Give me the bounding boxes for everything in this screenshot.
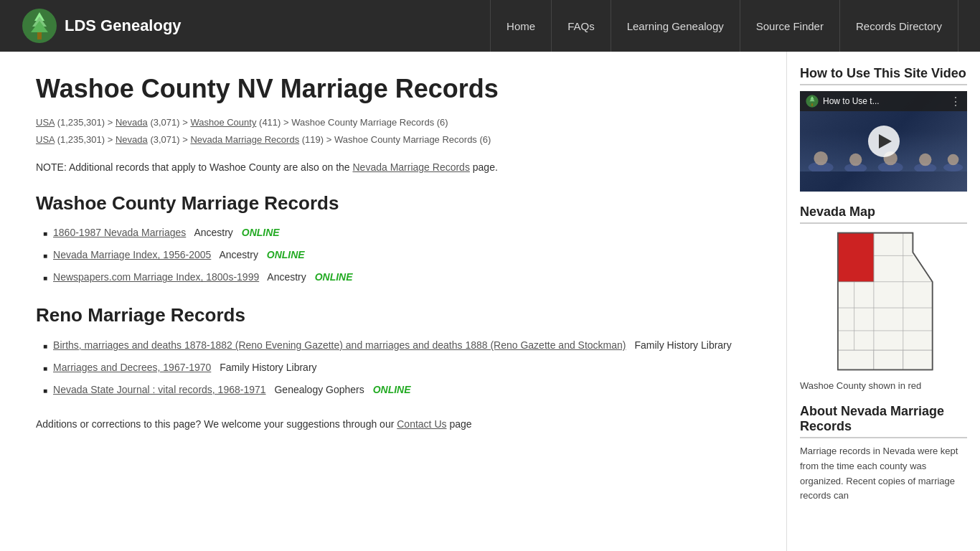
record-link-decrees[interactable]: Marriages and Decrees, 1967-1970 bbox=[53, 360, 211, 375]
breadcrumb-nevada-marriage[interactable]: Nevada Marriage Records bbox=[190, 134, 299, 145]
contact-us-link[interactable]: Contact Us bbox=[397, 418, 446, 430]
svg-marker-31 bbox=[903, 350, 933, 369]
page-wrapper: Washoe County NV Marriage Records USA (1… bbox=[0, 52, 980, 551]
online-badge: ONLINE bbox=[242, 225, 280, 240]
logo-area[interactable]: LDS Genealogy bbox=[22, 8, 182, 44]
map-section-title: Nevada Map bbox=[800, 204, 967, 224]
svg-point-10 bbox=[814, 151, 827, 165]
washoe-section-heading: Washoe County Marriage Records bbox=[36, 192, 758, 216]
video-section-title: How to Use This Site Video bbox=[800, 66, 967, 85]
list-item: Newspapers.com Marriage Index, 1800s-199… bbox=[43, 270, 758, 285]
breadcrumb-usa-2[interactable]: USA bbox=[36, 134, 55, 145]
list-item: Marriages and Decrees, 1967-1970 Family … bbox=[43, 360, 758, 375]
nav-source[interactable]: Source Finder bbox=[740, 0, 840, 52]
sidebar: How to Use This Site Video How to Use t.… bbox=[786, 52, 980, 551]
nav-home[interactable]: Home bbox=[490, 0, 552, 52]
play-triangle-icon bbox=[879, 134, 892, 149]
play-button[interactable] bbox=[868, 126, 900, 157]
note-paragraph: NOTE: Additional records that apply to W… bbox=[36, 159, 758, 175]
record-link-journal[interactable]: Nevada State Journal : vital records, 19… bbox=[53, 382, 266, 397]
svg-point-12 bbox=[849, 154, 862, 166]
breadcrumb-washoe-1[interactable]: Washoe County bbox=[190, 117, 256, 128]
breadcrumb-usa-1[interactable]: USA bbox=[36, 117, 55, 128]
video-bar-title: How to Use t... bbox=[823, 96, 880, 106]
list-item: Nevada Marriage Index, 1956-2005 Ancestr… bbox=[43, 248, 758, 263]
main-content: Washoe County NV Marriage Records USA (1… bbox=[0, 52, 786, 551]
page-title: Washoe County NV Marriage Records bbox=[36, 73, 758, 104]
breadcrumb-2: USA (1,235,301) > Nevada (3,071) > Nevad… bbox=[36, 133, 758, 147]
svg-point-16 bbox=[919, 154, 931, 166]
record-link-newspapers[interactable]: Newspapers.com Marriage Index, 1800s-199… bbox=[53, 270, 259, 285]
svg-point-18 bbox=[948, 154, 959, 166]
record-link-index[interactable]: Nevada Marriage Index, 1956-2005 bbox=[53, 248, 211, 263]
svg-marker-30 bbox=[874, 350, 903, 369]
breadcrumb-1: USA (1,235,301) > Nevada (3,071) > Washo… bbox=[36, 116, 758, 130]
main-nav: Home FAQs Learning Genealogy Source Find… bbox=[490, 0, 958, 52]
nevada-map-svg bbox=[800, 230, 967, 373]
svg-rect-8 bbox=[811, 103, 813, 106]
nav-records[interactable]: Records Directory bbox=[840, 0, 958, 52]
breadcrumb-nevada-1[interactable]: Nevada bbox=[116, 117, 148, 128]
about-text: Marriage records in Nevada were kept fro… bbox=[800, 444, 967, 504]
online-badge: ONLINE bbox=[373, 382, 411, 397]
video-thumbnail[interactable]: How to Use t... ⋮ bbox=[800, 91, 967, 192]
online-badge: ONLINE bbox=[315, 270, 353, 285]
record-link-1860[interactable]: 1860-1987 Nevada Marriages bbox=[53, 225, 186, 240]
video-bar: How to Use t... ⋮ bbox=[800, 91, 967, 111]
record-link-births[interactable]: Births, marriages and deaths 1878-1882 (… bbox=[53, 338, 626, 353]
svg-marker-29 bbox=[838, 350, 874, 369]
nevada-marriage-records-link[interactable]: Nevada Marriage Records bbox=[353, 161, 470, 173]
online-badge: ONLINE bbox=[267, 248, 305, 263]
svg-rect-28 bbox=[838, 233, 874, 282]
list-item: 1860-1987 Nevada Marriages Ancestry ONLI… bbox=[43, 225, 758, 240]
washoe-record-list: 1860-1987 Nevada Marriages Ancestry ONLI… bbox=[36, 225, 758, 285]
svg-rect-4 bbox=[37, 32, 42, 39]
list-item: Births, marriages and deaths 1878-1882 (… bbox=[43, 338, 758, 353]
video-bar-menu-icon[interactable]: ⋮ bbox=[950, 95, 961, 108]
nevada-map-container bbox=[800, 230, 967, 376]
additions-paragraph: Additions or corrections to this page? W… bbox=[36, 416, 758, 432]
nav-faqs[interactable]: FAQs bbox=[552, 0, 611, 52]
site-header: LDS Genealogy Home FAQs Learning Genealo… bbox=[0, 0, 980, 52]
reno-section-heading: Reno Marriage Records bbox=[36, 303, 758, 328]
list-item: Nevada State Journal : vital records, 19… bbox=[43, 382, 758, 397]
map-caption: Washoe County shown in red bbox=[800, 380, 967, 391]
logo-text: LDS Genealogy bbox=[65, 17, 182, 35]
about-section-title: About Nevada Marriage Records bbox=[800, 404, 967, 438]
breadcrumb-nevada-2[interactable]: Nevada bbox=[116, 134, 148, 145]
video-bar-tree-icon bbox=[806, 95, 819, 108]
nav-learning[interactable]: Learning Genealogy bbox=[611, 0, 740, 52]
logo-tree-icon bbox=[22, 8, 57, 44]
reno-record-list: Births, marriages and deaths 1878-1882 (… bbox=[36, 338, 758, 397]
